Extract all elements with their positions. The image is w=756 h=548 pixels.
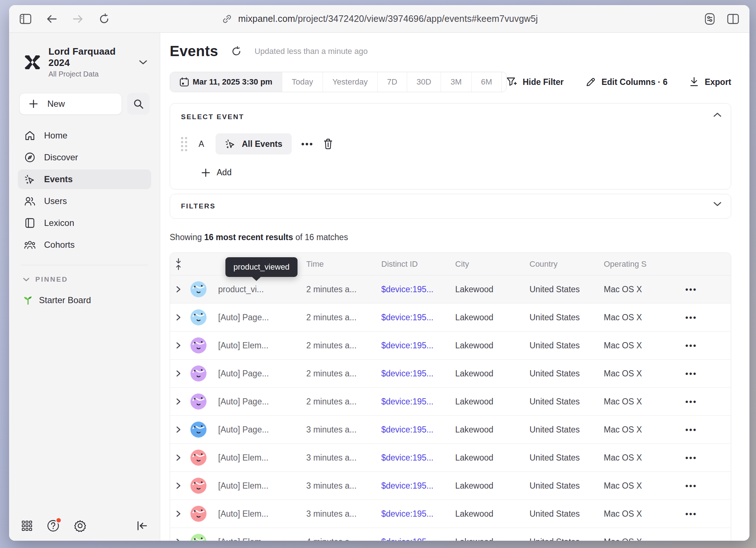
event-selector-pill[interactable]: All Events [216, 133, 292, 154]
forward-button[interactable] [72, 13, 84, 25]
distinct-id-link[interactable]: $device:195... [381, 285, 455, 294]
plus-icon [201, 168, 210, 177]
user-avatar [190, 309, 206, 325]
collapse-sidebar-icon[interactable] [137, 521, 147, 531]
add-event-button[interactable]: Add [201, 168, 720, 177]
distinct-id-link[interactable]: $device:195... [381, 537, 455, 541]
sidebar-item-cohorts[interactable]: Cohorts [18, 235, 151, 255]
city-cell: Lakewood [455, 537, 529, 541]
row-expand-button[interactable] [176, 342, 185, 349]
time-cell: 3 minutes a... [306, 509, 381, 519]
row-expand-button[interactable] [176, 314, 185, 321]
col-time[interactable]: Time [306, 259, 381, 269]
row-expand-button[interactable] [176, 454, 185, 461]
row-more-button[interactable]: ••• [685, 397, 697, 406]
settings-gear-icon[interactable] [74, 520, 86, 532]
user-avatar [190, 534, 206, 541]
row-more-button[interactable]: ••• [685, 285, 697, 294]
col-city[interactable]: City [455, 259, 529, 269]
page-settings-icon[interactable] [704, 13, 716, 25]
results-summary: Showing 16 most recent results of 16 mat… [170, 232, 731, 242]
col-distinct-id[interactable]: Distinct ID [381, 259, 455, 269]
range-label: 7D [387, 77, 397, 87]
expand-panel-chevron-down-icon[interactable] [713, 201, 721, 207]
collapse-rows-icon[interactable] [175, 258, 185, 270]
row-expand-button[interactable] [176, 398, 185, 405]
row-expand-button[interactable] [176, 538, 185, 541]
help-button[interactable] [47, 520, 59, 532]
drag-handle-icon[interactable] [181, 137, 187, 151]
distinct-id-link[interactable]: $device:195... [381, 425, 455, 435]
refresh-button[interactable] [231, 46, 241, 56]
discover-icon [24, 152, 35, 163]
sidebar-item-discover[interactable]: Discover [18, 148, 151, 167]
sidebar-item-home[interactable]: Home [18, 126, 151, 145]
row-more-button[interactable]: ••• [685, 509, 697, 518]
time-cell: 3 minutes a... [306, 453, 381, 463]
search-button[interactable] [127, 93, 150, 115]
user-avatar [190, 337, 206, 353]
col-os[interactable]: Operating S [604, 259, 678, 269]
table-row: [Auto] Page...2 minutes a...$device:195.… [170, 360, 731, 388]
country-cell: United States [529, 313, 604, 322]
row-more-button[interactable]: ••• [685, 425, 697, 434]
sidebar-item-users[interactable]: Users [18, 191, 151, 211]
distinct-id-link[interactable]: $device:195... [381, 509, 455, 519]
range-6m[interactable]: 6M [472, 72, 502, 92]
row-more-button[interactable]: ••• [685, 453, 697, 462]
clause-more-button[interactable]: ••• [301, 139, 314, 149]
os-cell: Mac OS X [604, 453, 678, 463]
row-more-button[interactable]: ••• [685, 481, 697, 490]
range-today[interactable]: Today [282, 72, 323, 92]
row-expand-button[interactable] [176, 370, 185, 377]
row-expand-button[interactable] [176, 482, 185, 489]
time-cell: 2 minutes a... [306, 369, 381, 379]
os-cell: Mac OS X [604, 341, 678, 351]
os-cell: Mac OS X [604, 369, 678, 379]
date-picker-button[interactable]: Mar 11, 2025 3:30 pm [170, 72, 282, 92]
event-name-cell: [Auto] Page... [218, 313, 306, 322]
row-more-button[interactable]: ••• [685, 537, 697, 541]
sidebar-item-lexicon[interactable]: Lexicon [18, 213, 151, 233]
row-more-button[interactable]: ••• [685, 369, 697, 378]
distinct-id-link[interactable]: $device:195... [381, 397, 455, 407]
project-switcher[interactable]: Lord Farquaad 2024 All Project Data [18, 44, 151, 81]
row-expand-button[interactable] [176, 286, 185, 293]
new-button[interactable]: New [19, 93, 122, 115]
back-button[interactable] [46, 13, 58, 25]
distinct-id-link[interactable]: $device:195... [381, 481, 455, 491]
range-12m[interactable]: 12M [502, 72, 507, 92]
table-row: [Auto] Elem...3 minutes a...$device:195.… [170, 500, 731, 528]
apps-grid-icon[interactable] [21, 520, 32, 531]
hide-filter-button[interactable]: Hide Filter [507, 77, 563, 87]
seedling-icon [23, 295, 33, 305]
collapse-panel-chevron-up-icon[interactable] [713, 112, 721, 117]
pinned-section-header[interactable]: PINNED [18, 275, 151, 283]
distinct-id-link[interactable]: $device:195... [381, 369, 455, 379]
export-button[interactable]: Export [689, 77, 731, 87]
address-bar[interactable]: mixpanel.com/project/3472420/view/397469… [221, 13, 538, 25]
row-expand-button[interactable] [176, 426, 185, 433]
sidebar-toggle-icon[interactable] [19, 13, 32, 25]
distinct-id-link[interactable]: $device:195... [381, 453, 455, 463]
row-expand-button[interactable] [176, 510, 185, 517]
url-domain: mixpanel.com [238, 13, 295, 24]
reload-button[interactable] [98, 13, 110, 25]
range-3m[interactable]: 3M [441, 72, 472, 92]
col-country[interactable]: Country [529, 259, 604, 269]
split-view-icon[interactable] [727, 13, 739, 25]
city-cell: Lakewood [455, 453, 529, 463]
distinct-id-link[interactable]: $device:195... [381, 341, 455, 351]
range-30d[interactable]: 30D [407, 72, 441, 92]
trash-icon[interactable] [323, 138, 333, 149]
country-cell: United States [529, 509, 604, 519]
range-yesterday[interactable]: Yesterday [323, 72, 378, 92]
row-more-button[interactable]: ••• [685, 341, 697, 350]
sidebar-item-events[interactable]: Events [18, 169, 151, 189]
edit-columns-button[interactable]: Edit Columns · 6 [586, 77, 668, 87]
row-more-button[interactable]: ••• [685, 313, 697, 322]
sidebar-item-starter-board[interactable]: Starter Board [18, 295, 151, 305]
cohorts-icon [24, 240, 35, 250]
range-7d[interactable]: 7D [378, 72, 407, 92]
distinct-id-link[interactable]: $device:195... [381, 313, 455, 322]
